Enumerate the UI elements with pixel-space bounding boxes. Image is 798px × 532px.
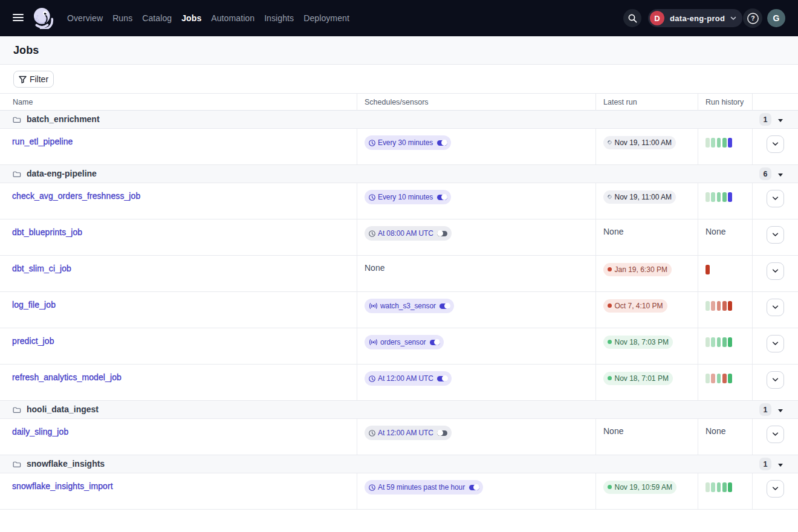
svg-text:?: ? bbox=[751, 15, 754, 22]
